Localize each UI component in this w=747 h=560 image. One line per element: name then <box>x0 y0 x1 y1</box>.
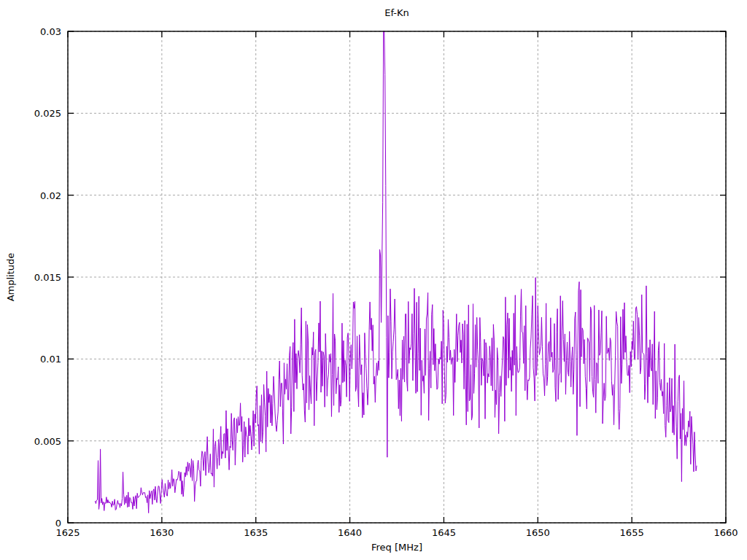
x-axis-title: Freq [MHz] <box>68 542 726 553</box>
y-tick-label: 0.03 <box>0 26 61 37</box>
x-tick-label: 1640 <box>328 527 372 538</box>
x-tick-label: 1660 <box>704 527 747 538</box>
y-tick-label: 0.01 <box>0 354 61 365</box>
x-tick-label: 1645 <box>422 527 465 538</box>
x-tick-label: 1625 <box>46 527 90 538</box>
plot-canvas <box>0 0 747 560</box>
y-tick-label: 0.02 <box>0 190 61 201</box>
spectrum-chart: Ef-Kn Amplitude Freq [MHz] 00.0050.010.0… <box>0 0 747 560</box>
x-tick-label: 1655 <box>610 527 654 538</box>
x-tick-label: 1630 <box>140 527 184 538</box>
y-tick-label: 0.025 <box>0 108 61 119</box>
y-tick-label: 0.005 <box>0 436 61 447</box>
x-tick-label: 1635 <box>234 527 278 538</box>
y-tick-label: 0.015 <box>0 272 61 283</box>
chart-title: Ef-Kn <box>68 7 726 18</box>
x-tick-label: 1650 <box>516 527 560 538</box>
